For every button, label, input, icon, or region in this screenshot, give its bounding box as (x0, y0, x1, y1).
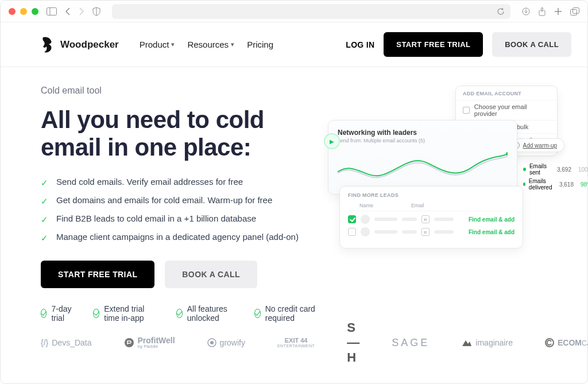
logo-sh: S—H (347, 320, 359, 365)
logo-imaginaire: imaginaire (462, 338, 513, 347)
card-header: ADD EMAIL ACCOUNT (456, 91, 557, 100)
avatar-icon (361, 227, 370, 236)
logo-exit44: EXIT 44 ENTERTAINMENT (277, 338, 315, 348)
logo-growify: growify (207, 338, 245, 347)
profitwell-icon (124, 338, 134, 348)
forward-icon[interactable] (79, 7, 84, 15)
logo-sage: SAGE (392, 337, 430, 349)
stats-panel: Emails sent 3,692 100% Emails delivered … (523, 163, 588, 193)
new-tab-icon[interactable] (554, 7, 562, 15)
checkbox-icon (348, 228, 356, 236)
hero-title: All you need to cold email in one place: (41, 106, 316, 162)
check-circle-icon (93, 309, 99, 318)
add-account-row: Choose your email provider (456, 100, 557, 120)
check-circle-icon (254, 309, 261, 318)
brand-logo[interactable]: Woodpecker (41, 36, 119, 53)
hero-section: Cold email tool All you need to cold ema… (1, 67, 587, 323)
name-placeholder (402, 218, 417, 221)
check-icon: ✓ (41, 178, 48, 188)
provider-icon (463, 107, 470, 114)
chevron-down-icon: ▾ (171, 41, 175, 48)
leads-table-header: Name Email (348, 203, 514, 211)
badge-extend: Extend trial time in-app (93, 304, 156, 323)
hero-kicker: Cold email tool (41, 86, 316, 96)
growify-icon (207, 338, 216, 347)
email-placeholder (434, 230, 454, 234)
check-circle-icon (41, 309, 47, 318)
hero-illustration: ADD EMAIL ACCOUNT Choose your email prov… (316, 86, 587, 323)
svg-point-10 (125, 338, 134, 347)
sidebar-toggle-icon[interactable] (47, 7, 57, 15)
find-leads-card: FIND MORE LEADS Name Email in Find email… (339, 186, 523, 249)
play-icon: ▶ (324, 133, 340, 149)
logo-profitwell: ProfitWell by Paddle (124, 336, 175, 349)
svg-rect-0 (47, 7, 57, 15)
share-icon[interactable] (538, 7, 546, 16)
hero-bullet: ✓Find B2B leads to cold email in a +1 bi… (41, 214, 316, 225)
campaign-sub: send from: Multiple email accounts (5) (338, 138, 508, 143)
reload-icon[interactable] (497, 7, 505, 15)
hero-bullet: ✓Get domains and emails for cold email. … (41, 195, 316, 207)
stat-delivered: Emails delivered 3,618 98% (523, 178, 588, 191)
logo-ecom: ECOMCAPITAL (545, 338, 588, 347)
card-header: FIND MORE LEADS (348, 192, 514, 198)
campaign-title: Networking with leaders (338, 129, 508, 137)
shield-icon[interactable] (92, 7, 100, 16)
campaign-card: ▶ Networking with leaders send from: Mul… (328, 120, 517, 195)
email-placeholder (434, 218, 454, 221)
brand-name: Woodpecker (60, 39, 119, 51)
delivery-chart (338, 149, 508, 184)
checkbox-icon (348, 215, 356, 223)
woodpecker-logo-icon (41, 36, 55, 53)
linkedin-icon: in (421, 228, 430, 236)
check-icon: ✓ (41, 196, 48, 207)
name-placeholder (402, 230, 417, 234)
hero-start-trial-button[interactable]: START FREE TRIAL (41, 261, 154, 288)
dot-icon (523, 168, 526, 171)
url-bar[interactable] (112, 4, 510, 19)
dot-icon (523, 183, 525, 186)
hero-book-call-button[interactable]: BOOK A CALL (165, 261, 257, 288)
lead-row: in Find email & add (348, 227, 514, 236)
nav-resources[interactable]: Resources▾ (187, 40, 234, 49)
nav-pricing[interactable]: Pricing (247, 40, 273, 49)
customer-logos: {/} Devs_Data ProfitWell by Paddle growi… (1, 320, 587, 365)
ecom-icon (545, 338, 554, 347)
maximize-window-icon[interactable] (32, 8, 38, 15)
find-email-link: Find email & add (469, 229, 514, 235)
linkedin-icon: in (421, 215, 430, 223)
book-call-button[interactable]: BOOK A CALL (492, 32, 571, 57)
svg-point-12 (210, 341, 214, 344)
check-icon: ✓ (41, 215, 48, 225)
minimize-window-icon[interactable] (20, 8, 27, 15)
window-controls[interactable] (9, 8, 38, 15)
main-nav: Product▾ Resources▾ Pricing (140, 40, 273, 49)
hero-bullet: ✓Manage client campaigns in a dedicated … (41, 232, 316, 243)
browser-chrome (1, 1, 587, 22)
login-link[interactable]: LOG IN (346, 40, 374, 49)
chevron-down-icon: ▾ (231, 41, 234, 48)
lead-row: in Find email & add (348, 215, 514, 224)
imaginaire-icon (462, 339, 472, 347)
close-window-icon[interactable] (9, 8, 16, 15)
download-icon[interactable] (522, 7, 530, 15)
nav-product[interactable]: Product▾ (140, 40, 175, 49)
svg-rect-8 (573, 7, 579, 13)
back-icon[interactable] (65, 7, 71, 15)
trial-badges: 7-day trial Extend trial time in-app All… (41, 304, 316, 323)
find-email-link: Find email & add (469, 216, 514, 223)
check-icon: ✓ (41, 233, 48, 243)
logo-devsdata: {/} Devs_Data (41, 338, 92, 347)
svg-rect-7 (571, 9, 577, 15)
start-trial-button[interactable]: START FREE TRIAL (384, 32, 483, 57)
badge-7day: 7-day trial (41, 304, 72, 323)
tabs-icon[interactable] (570, 7, 579, 15)
hero-bullets: ✓Send cold emails. Verify email addresse… (41, 177, 316, 243)
avatar-icon (361, 215, 370, 224)
name-placeholder (374, 230, 397, 234)
site-header: Woodpecker Product▾ Resources▾ Pricing L… (1, 22, 587, 67)
hero-bullet: ✓Send cold emails. Verify email addresse… (41, 177, 316, 188)
badge-features: All features unlocked (176, 304, 234, 323)
stat-sent: Emails sent 3,692 100% (523, 163, 588, 176)
name-placeholder (374, 218, 397, 221)
